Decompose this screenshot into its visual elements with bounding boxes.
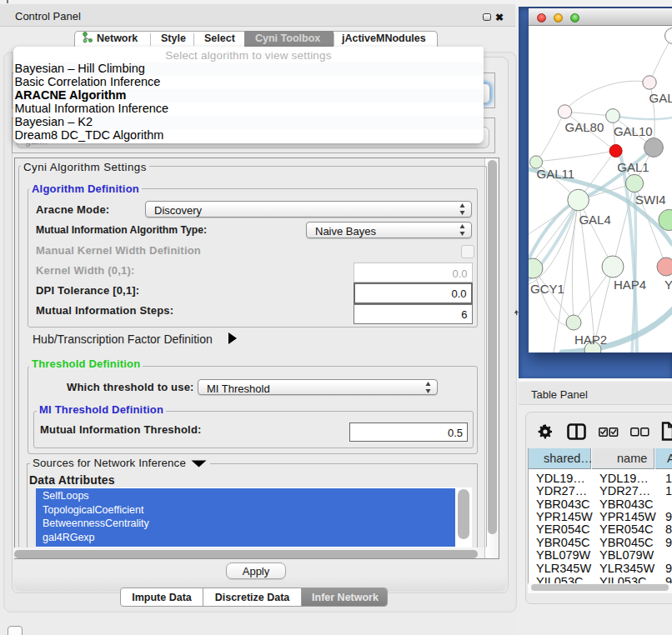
svg-text:GAL4: GAL4 [579, 212, 610, 227]
svg-text:GAL1: GAL1 [617, 160, 649, 174]
svg-text:YE: YE [664, 278, 672, 292]
svg-text:GCY1: GCY1 [530, 282, 564, 296]
svg-text:GAL80: GAL80 [565, 120, 604, 134]
svg-text:GAL: GAL [649, 91, 672, 105]
svg-text:GAL11: GAL11 [537, 167, 575, 181]
svg-text:HAP2: HAP2 [574, 332, 607, 347]
svg-text:HAP4: HAP4 [614, 278, 646, 292]
svg-text:SWI4: SWI4 [635, 192, 666, 207]
svg-text:GAL10: GAL10 [614, 124, 653, 138]
